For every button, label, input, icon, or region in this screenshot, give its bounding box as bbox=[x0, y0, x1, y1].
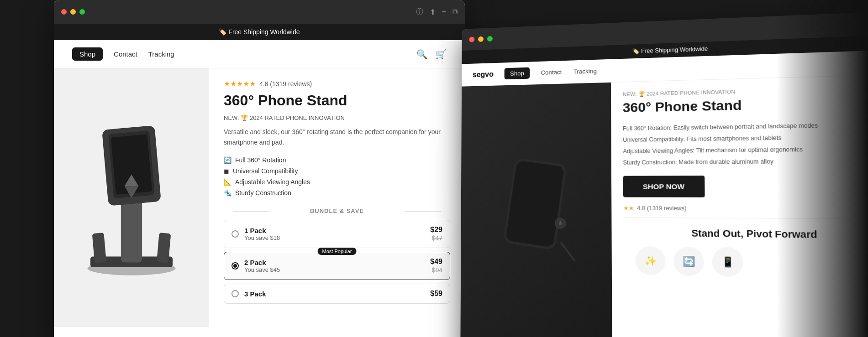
bundle-name-2pack: 2 Pack bbox=[244, 259, 425, 266]
bundle-radio-1pack[interactable] bbox=[231, 230, 239, 238]
bg-product-details: NEW: 🏆 2024 RATED PHONE INNOVATION 360° … bbox=[611, 75, 868, 337]
bg-product-image-area bbox=[460, 83, 612, 337]
bg-phone-svg bbox=[495, 156, 575, 278]
bg-browser-controls bbox=[469, 36, 493, 42]
store-body: ★★★★★ 4.8 (1319 reviews) 360° Phone Stan… bbox=[54, 68, 465, 327]
bg-product-image bbox=[460, 83, 612, 337]
new-tab-icon[interactable]: + bbox=[442, 8, 446, 16]
bg-stars: ★★ bbox=[623, 205, 634, 212]
shop-now-button[interactable]: SHOP NOW bbox=[623, 176, 705, 197]
info-icon[interactable]: ⓘ bbox=[416, 7, 423, 17]
product-details: ★★★★★ 4.8 (1319 reviews) 360° Phone Stan… bbox=[209, 68, 465, 327]
product-description: Versatile and sleek, our 360° rotating s… bbox=[224, 127, 450, 147]
nav-contact[interactable]: Contact bbox=[114, 50, 137, 58]
bundle-price-2pack: $49 bbox=[430, 258, 442, 266]
bg-announcement-text: 🏷️ Free Shipping Worldwide bbox=[632, 46, 708, 55]
store-content: 🏷️ Free Shipping Worldwide Shop Contact … bbox=[54, 24, 465, 337]
bundle-prices-3pack: $59 bbox=[430, 290, 442, 298]
product-image bbox=[68, 111, 195, 285]
nav-tracking[interactable]: Tracking bbox=[148, 50, 174, 58]
product-title: 360° Phone Stand bbox=[224, 92, 450, 109]
bundle-option-3pack[interactable]: 3 Pack $59 bbox=[224, 284, 450, 304]
bg-icons-row: ✨ 🔄 📱 bbox=[635, 246, 868, 280]
background-browser-window: 🏷️ Free Shipping Worldwide segvo Shop Co… bbox=[460, 11, 868, 337]
product-image-area bbox=[54, 68, 209, 327]
bundle-prices-2pack: $49 $94 bbox=[430, 258, 442, 274]
windows-icon[interactable]: ⧉ bbox=[452, 8, 458, 16]
svg-line-13 bbox=[561, 243, 574, 261]
bundle-price-3pack: $59 bbox=[430, 290, 442, 298]
bg-logo: segvo bbox=[473, 70, 494, 79]
bg-icon-1: ✨ bbox=[635, 246, 665, 275]
bundle-savings-1pack: You save $18 bbox=[244, 234, 425, 241]
sturdy-icon: 🔩 bbox=[224, 189, 231, 197]
bundle-savings-2pack: You save $45 bbox=[244, 266, 425, 273]
bundle-radio-2pack[interactable] bbox=[231, 262, 239, 270]
nav-icons: 🔍 🛒 bbox=[416, 49, 447, 60]
bundle-option-1pack[interactable]: 1 Pack You save $18 $29 $47 bbox=[224, 220, 450, 248]
bg-product-title: 360° Phone Stand bbox=[623, 94, 868, 115]
bundle-info-3pack: 3 Pack bbox=[244, 290, 425, 298]
feature-rotation: 🔄 Full 360° Rotation bbox=[224, 155, 450, 166]
rating-stars: ★★★★★ bbox=[224, 79, 256, 88]
browser-chrome: ⓘ ⬆ + ⧉ bbox=[54, 0, 465, 24]
bundle-option-2pack[interactable]: Most Popular 2 Pack You save $45 $49 $94 bbox=[224, 252, 450, 280]
feature-compatibility: ◼ Universal Compatibility bbox=[224, 166, 450, 176]
minimize-button[interactable] bbox=[70, 9, 76, 15]
bundle-prices-1pack: $29 $47 bbox=[430, 226, 442, 242]
bg-store-body: NEW: 🏆 2024 RATED PHONE INNOVATION 360° … bbox=[460, 75, 868, 337]
feature-angles: 📐 Adjustable Viewing Angles bbox=[224, 176, 450, 187]
product-stand-svg bbox=[72, 116, 191, 280]
nav-shop[interactable]: Shop bbox=[72, 47, 103, 61]
bg-store-content: 🏷️ Free Shipping Worldwide segvo Shop Co… bbox=[460, 35, 868, 337]
bg-bottom-title: Stand Out, Pivot Forward bbox=[635, 227, 868, 241]
bg-bottom-section: Stand Out, Pivot Forward ✨ 🔄 📱 bbox=[623, 217, 868, 290]
rating-text: 4.8 (1319 reviews) bbox=[259, 80, 312, 88]
announcement-text: 🏷️ Free Shipping Worldwide bbox=[219, 28, 300, 36]
bg-nav-tracking[interactable]: Tracking bbox=[573, 67, 597, 75]
bg-nav-shop[interactable]: Shop bbox=[505, 67, 530, 80]
bundle-price-1pack: $29 bbox=[430, 226, 442, 234]
bg-minimize-button[interactable] bbox=[478, 36, 484, 42]
bundle-section: BUNDLE & SAVE 1 Pack You save $18 $29 $4… bbox=[224, 207, 450, 304]
announcement-bar: 🏷️ Free Shipping Worldwide bbox=[54, 24, 465, 40]
feature-list: 🔄 Full 360° Rotation ◼ Universal Compati… bbox=[224, 155, 450, 198]
bundle-original-1pack: $47 bbox=[432, 234, 442, 242]
cart-icon[interactable]: 🛒 bbox=[435, 49, 447, 60]
maximize-button[interactable] bbox=[79, 9, 85, 15]
bg-maximize-button[interactable] bbox=[487, 36, 493, 41]
bundle-name-3pack: 3 Pack bbox=[244, 290, 425, 298]
bg-icon-2: 🔄 bbox=[673, 247, 704, 276]
search-icon[interactable]: 🔍 bbox=[416, 49, 428, 60]
feature-sturdy: 🔩 Sturdy Construction bbox=[224, 187, 450, 198]
bundle-info-2pack: 2 Pack You save $45 bbox=[244, 259, 425, 273]
browser-controls bbox=[61, 9, 85, 15]
share-icon[interactable]: ⬆ bbox=[430, 8, 436, 16]
popular-badge: Most Popular bbox=[318, 248, 357, 255]
browser-actions: ⓘ ⬆ + ⧉ bbox=[416, 7, 458, 17]
bg-icon-3: 📱 bbox=[712, 247, 743, 277]
bundle-radio-3pack[interactable] bbox=[231, 290, 239, 297]
bundle-original-2pack: $94 bbox=[432, 266, 442, 274]
rotation-icon: 🔄 bbox=[224, 156, 231, 164]
bg-close-button[interactable] bbox=[469, 36, 474, 42]
bundle-info-1pack: 1 Pack You save $18 bbox=[244, 227, 425, 241]
bg-nav-contact[interactable]: Contact bbox=[541, 68, 562, 76]
bundle-name-1pack: 1 Pack bbox=[244, 227, 425, 234]
nav-links: Shop Contact Tracking bbox=[72, 47, 174, 61]
close-button[interactable] bbox=[61, 9, 67, 15]
product-rating: ★★★★★ 4.8 (1319 reviews) bbox=[224, 79, 450, 88]
bg-feature-4: Sturdy Construction: Made from durable a… bbox=[623, 155, 868, 168]
bg-features: Full 360° Rotation: Easily switch betwee… bbox=[623, 119, 868, 168]
bg-rating: ★★ 4.8 (1319 reviews) bbox=[623, 205, 868, 213]
product-badge: NEW: 🏆 2024 RATED PHONE INNOVATION bbox=[224, 114, 450, 121]
bundle-title: BUNDLE & SAVE bbox=[224, 207, 450, 214]
compatibility-icon: ◼ bbox=[224, 167, 229, 175]
bg-rating-text: 4.8 (1319 reviews) bbox=[637, 205, 686, 212]
store-nav: Shop Contact Tracking 🔍 🛒 bbox=[54, 40, 465, 68]
angles-icon: 📐 bbox=[224, 178, 231, 186]
main-browser-window: ⓘ ⬆ + ⧉ 🏷️ Free Shipping Worldwide Shop … bbox=[54, 0, 465, 337]
